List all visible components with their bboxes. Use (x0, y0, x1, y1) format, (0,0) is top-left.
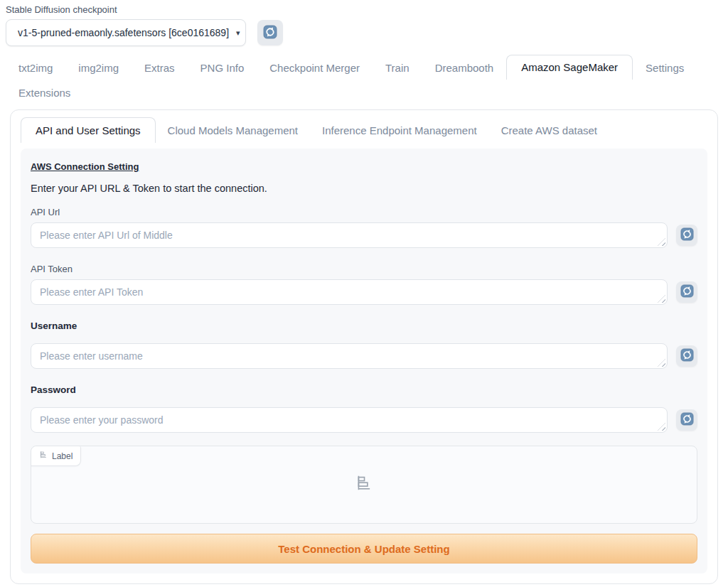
form-description: Enter your API URL & Token to start the … (31, 183, 697, 194)
form-heading: AWS Connection Setting (31, 161, 697, 172)
api-url-label: API Url (31, 207, 697, 217)
password-input[interactable] (31, 407, 668, 433)
subtab-create-aws-dataset[interactable]: Create AWS dataset (489, 118, 609, 143)
test-connection-button[interactable]: Test Connection & Update Setting (31, 534, 697, 564)
username-field-group: Username (31, 321, 697, 369)
checkpoint-bar: Stable Diffusion checkpoint v1-5-pruned-… (0, 0, 728, 46)
username-label: Username (31, 321, 697, 331)
tab-dreambooth[interactable]: Dreambooth (422, 56, 507, 80)
refresh-api-token-button[interactable] (676, 281, 697, 303)
tab-amazon-sagemaker[interactable]: Amazon SageMaker (506, 55, 633, 80)
password-label: Password (31, 384, 697, 395)
main-tab-bar: txt2img img2img Extras PNG Info Checkpoi… (0, 46, 718, 104)
tab-txt2img[interactable]: txt2img (6, 56, 65, 80)
refresh-icon (680, 412, 694, 428)
tab-extensions[interactable]: Extensions (6, 81, 83, 104)
label-output-icon (39, 451, 48, 461)
sagemaker-sub-tab-bar: API and User Settings Cloud Models Manag… (21, 117, 707, 143)
subtab-cloud-models-management[interactable]: Cloud Models Management (156, 118, 310, 143)
refresh-icon (680, 348, 694, 364)
api-token-field-group: API Token (31, 264, 697, 305)
refresh-icon (263, 25, 277, 41)
api-token-label: API Token (31, 264, 697, 274)
refresh-checkpoints-button[interactable] (257, 20, 283, 45)
api-url-input[interactable] (31, 222, 668, 248)
connection-result-output: Label (31, 446, 697, 524)
tab-extras[interactable]: Extras (132, 56, 188, 80)
empty-output-icon (355, 474, 373, 495)
subtab-inference-endpoint-management[interactable]: Inference Endpoint Management (310, 118, 489, 143)
refresh-username-button[interactable] (676, 345, 697, 367)
api-url-field-group: API Url (31, 207, 697, 248)
aws-connection-form: AWS Connection Setting Enter your API UR… (21, 149, 707, 573)
checkpoint-value: v1-5-pruned-emaonly.safetensors [6ce0161… (18, 27, 229, 38)
api-token-input[interactable] (31, 279, 668, 305)
tab-checkpoint-merger[interactable]: Checkpoint Merger (257, 56, 373, 80)
tab-settings[interactable]: Settings (633, 56, 697, 80)
tab-train[interactable]: Train (373, 56, 422, 80)
refresh-password-button[interactable] (676, 409, 697, 431)
chevron-down-icon: ▾ (236, 28, 240, 38)
username-input[interactable] (31, 343, 668, 369)
tab-png-info[interactable]: PNG Info (188, 56, 257, 80)
password-field-group: Password (31, 384, 697, 433)
refresh-api-url-button[interactable] (676, 225, 697, 246)
tab-img2img[interactable]: img2img (65, 56, 132, 80)
sagemaker-panel: API and User Settings Cloud Models Manag… (10, 109, 718, 584)
output-label-badge: Label (31, 446, 81, 466)
output-label-text: Label (52, 451, 73, 461)
refresh-icon (680, 284, 694, 300)
subtab-api-user-settings[interactable]: API and User Settings (21, 117, 156, 143)
refresh-icon (680, 227, 694, 243)
checkpoint-label: Stable Diffusion checkpoint (6, 4, 722, 15)
checkpoint-dropdown[interactable]: v1-5-pruned-emaonly.safetensors [6ce0161… (6, 19, 246, 46)
